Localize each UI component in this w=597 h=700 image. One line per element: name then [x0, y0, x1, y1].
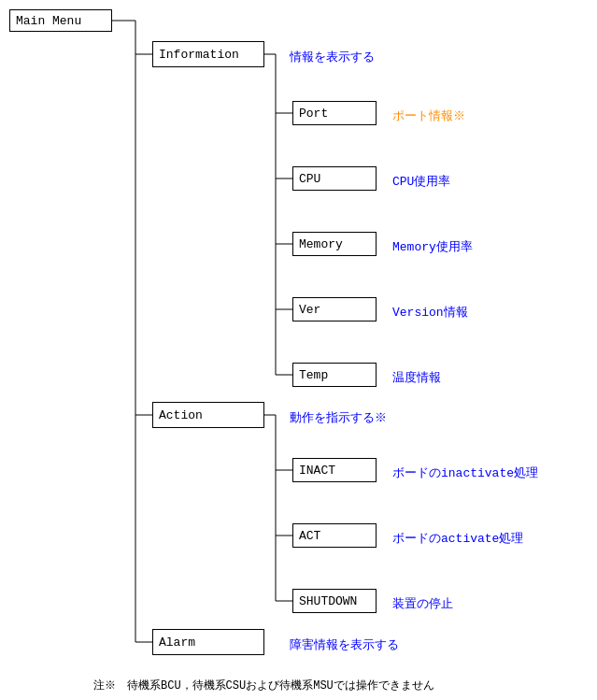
ver-node: Ver: [292, 297, 377, 321]
port-desc: ポート情報※: [392, 107, 465, 124]
inact-label: INACT: [299, 464, 335, 478]
alarm-label: Alarm: [159, 636, 195, 650]
shutdown-node: SHUTDOWN: [292, 589, 377, 613]
main-menu-label: Main Menu: [16, 14, 81, 28]
port-node: Port: [292, 101, 377, 125]
port-label: Port: [299, 107, 328, 121]
temp-label: Temp: [299, 368, 328, 382]
memory-desc: Memory使用率: [392, 238, 473, 255]
act-desc: ボードのactivate処理: [392, 530, 523, 547]
cpu-label: CPU: [299, 172, 320, 186]
action-label: Action: [159, 408, 203, 422]
action-desc: 動作を指示する※: [290, 409, 387, 426]
shutdown-label: SHUTDOWN: [299, 594, 357, 608]
act-node: ACT: [292, 523, 377, 548]
alarm-node: Alarm: [152, 629, 264, 655]
memory-label: Memory: [299, 237, 343, 251]
information-node: Information: [152, 41, 264, 67]
ver-label: Ver: [299, 303, 320, 317]
note-text: 注※ 待機系BCU，待機系CSUおよび待機系MSUでは操作できません: [93, 678, 434, 693]
inact-desc: ボードのinactivate処理: [392, 464, 538, 481]
memory-node: Memory: [292, 232, 377, 256]
information-desc: 情報を表示する: [290, 49, 375, 65]
cpu-node: CPU: [292, 166, 377, 191]
temp-node: Temp: [292, 363, 377, 387]
cpu-desc: CPU使用率: [392, 173, 450, 190]
inact-node: INACT: [292, 458, 377, 482]
information-label: Information: [159, 48, 239, 62]
ver-desc: Version情報: [392, 304, 468, 321]
act-label: ACT: [299, 529, 320, 543]
shutdown-desc: 装置の停止: [392, 595, 453, 612]
alarm-desc: 障害情報を表示する: [290, 636, 399, 653]
diagram: Main Menu Information 情報を表示する Port ポート情報…: [0, 0, 597, 700]
temp-desc: 温度情報: [392, 369, 441, 386]
main-menu-node: Main Menu: [9, 9, 112, 32]
action-node: Action: [152, 402, 264, 428]
